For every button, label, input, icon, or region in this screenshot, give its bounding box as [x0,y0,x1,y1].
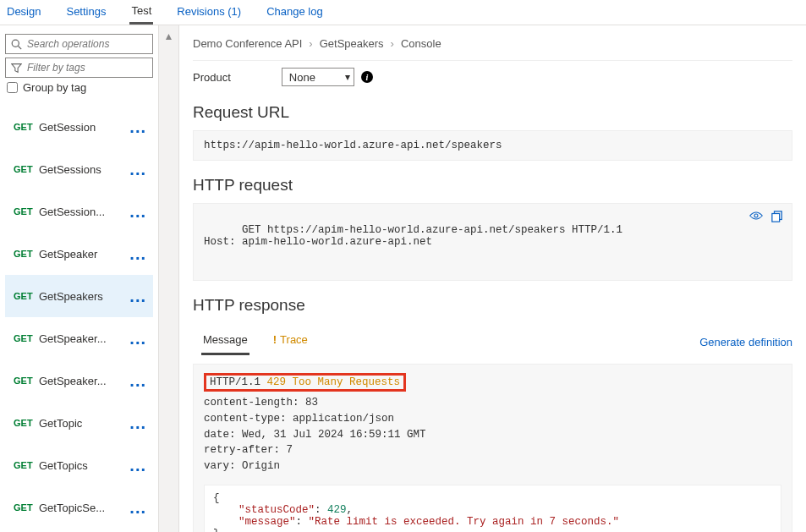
op-item[interactable]: GETGetSession... [5,106,153,148]
info-icon[interactable]: i [361,71,373,83]
svg-rect-4 [772,214,780,222]
breadcrumb-api[interactable]: Demo Conference API [193,37,302,50]
search-input[interactable] [27,38,147,50]
op-name: GetSessions [39,163,126,176]
group-label: Group by tag [23,81,86,94]
op-item[interactable]: GETGetSpeakers... [5,275,153,317]
op-name: GetSpeaker [39,248,126,261]
op-method: GET [14,418,39,428]
more-icon[interactable]: ... [126,287,150,306]
json-key: "statusCode" [239,504,315,516]
chevron-down-icon: ▾ [345,71,350,83]
top-tabs: Design Settings Test Revisions (1) Chang… [0,0,806,25]
resp-tab-trace[interactable]: Trace [271,328,310,355]
tab-design[interactable]: Design [5,2,42,23]
response-protocol: HTTP/1.1 [210,376,260,388]
svg-point-2 [754,214,758,217]
op-method: GET [14,206,39,217]
scroll-gutter[interactable]: ▲ [159,25,179,532]
op-method: GET [14,460,39,470]
filter-box[interactable] [5,58,153,78]
more-icon[interactable]: ... [126,371,150,391]
op-name: GetSpeaker... [39,375,126,387]
op-name: GetSpeaker... [39,332,126,345]
operation-list: GETGetSession... GETGetSessions... GETGe… [5,106,153,529]
response-tabs-row: Message Trace Generate definition [193,328,792,355]
section-http-response: HTTP response [193,296,792,315]
chevron-right-icon: › [309,37,312,50]
http-request-box: GET https://apim-hello-world.azure-api.n… [193,203,792,281]
search-icon [11,39,22,50]
response-headers: content-length: 83 content-type: applica… [204,395,781,474]
request-url-box: https://apim-hello-world.azure-api.net/s… [193,130,792,161]
product-value: None [289,71,315,84]
section-http-request: HTTP request [193,176,792,195]
search-box[interactable] [5,34,153,54]
op-item[interactable]: GETGetSessions... [5,148,153,190]
filter-input[interactable] [27,62,147,74]
tab-revisions[interactable]: Revisions (1) [175,2,243,23]
request-url-text: https://apim-hello-world.azure-api.net/s… [204,140,502,151]
group-checkbox[interactable] [7,82,18,93]
op-method: GET [14,122,39,132]
chevron-right-icon: › [391,37,394,50]
more-icon[interactable]: ... [126,160,150,179]
svg-point-0 [12,40,19,47]
json-key: "message" [239,516,296,528]
more-icon[interactable]: ... [126,244,150,264]
op-method: GET [14,333,39,343]
tab-test[interactable]: Test [129,1,153,25]
op-method: GET [14,164,39,174]
op-item[interactable]: GETGetSpeaker...... [5,359,153,402]
content: Demo Conference API › GetSpeakers › Cons… [179,25,806,532]
json-value: "Rate limit is exceeded. Try again in 7 … [309,516,620,528]
product-select[interactable]: None ▾ [282,68,354,86]
op-name: GetTopic [39,417,126,430]
response-status-line: HTTP/1.1 429 Too Many Requests [204,373,406,392]
more-icon[interactable]: ... [126,329,150,348]
more-icon[interactable]: ... [126,202,150,222]
scroll-up-icon[interactable]: ▲ [164,30,174,532]
more-icon[interactable]: ... [126,414,150,433]
op-item[interactable]: GETGetSpeaker...... [5,317,153,359]
tab-changelog[interactable]: Change log [265,2,325,23]
op-item[interactable]: GETGetSession...... [5,190,153,233]
copy-icon[interactable] [771,211,783,226]
op-name: GetSession... [39,206,126,218]
json-value: 429 [327,504,347,516]
breadcrumb-op[interactable]: GetSpeakers [320,37,384,50]
reveal-icon[interactable] [749,211,763,226]
breadcrumb-page: Console [401,37,441,50]
op-item[interactable]: GETGetTopics... [5,444,153,486]
op-method: GET [14,291,39,301]
tab-settings[interactable]: Settings [64,2,107,23]
op-item[interactable]: GETGetTopic... [5,402,153,444]
more-icon[interactable]: ... [126,118,150,137]
op-method: GET [14,376,39,386]
filter-icon [11,63,22,74]
op-item[interactable]: GETGetTopicSe...... [5,486,153,529]
op-name: GetTopics [39,459,126,472]
svg-line-1 [19,46,22,49]
more-icon[interactable]: ... [126,498,150,518]
response-json: { "statusCode": 429, "message": "Rate li… [204,485,781,532]
response-status: 429 Too Many Requests [267,376,401,388]
op-item[interactable]: GETGetSpeaker... [5,233,153,275]
op-name: GetTopicSe... [39,502,126,514]
op-name: GetSession [39,121,126,134]
product-label: Product [193,71,231,84]
resp-tab-message[interactable]: Message [201,328,249,355]
http-response-box: HTTP/1.1 429 Too Many Requests content-l… [193,364,792,532]
more-icon[interactable]: ... [126,456,150,475]
op-name: GetSpeakers [39,290,126,303]
breadcrumb: Demo Conference API › GetSpeakers › Cons… [193,25,792,61]
op-method: GET [14,249,39,259]
generate-definition-link[interactable]: Generate definition [699,336,792,348]
product-row: Product None ▾ i [193,61,792,98]
op-method: GET [14,502,39,513]
http-request-text: GET https://apim-hello-world.azure-api.n… [204,224,622,248]
group-by-tag[interactable]: Group by tag [7,81,153,94]
sidebar: Group by tag GETGetSession... GETGetSess… [0,25,159,532]
section-request-url: Request URL [193,103,792,122]
